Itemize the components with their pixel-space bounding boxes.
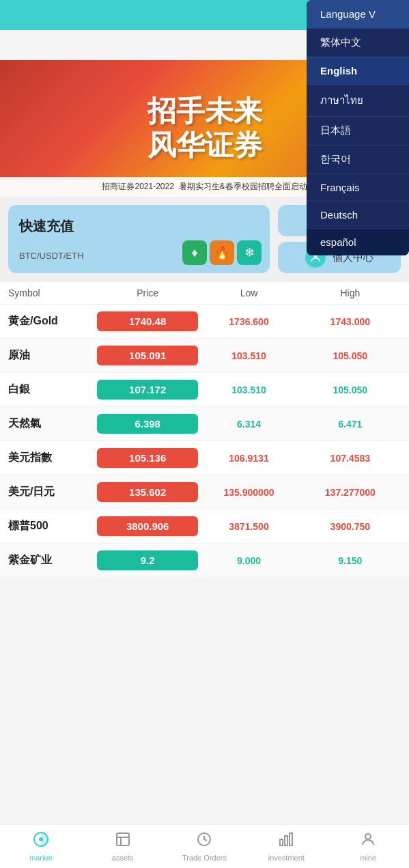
- banner-title-line2: 风华证券: [147, 128, 262, 163]
- nav-trade-orders[interactable]: Trade Orders: [164, 825, 246, 868]
- lang-item-ko[interactable]: 한국어: [307, 145, 409, 173]
- row-low-7: 9.000: [198, 555, 299, 566]
- lang-item-zh-tw[interactable]: 繁体中文: [307, 28, 409, 57]
- lang-item-fr[interactable]: Français: [307, 173, 409, 201]
- lang-item-en[interactable]: English: [307, 57, 409, 84]
- row-name-6: 標普500: [8, 519, 97, 533]
- row-price-4: 105.136: [97, 448, 198, 468]
- bottom-nav: market assets Trade Orders investment mi…: [0, 824, 409, 868]
- quick-recharge-title: 快速充值: [19, 217, 74, 236]
- row-price-5: 135.602: [97, 482, 198, 502]
- table-row[interactable]: 美元/日元 135.602 135.900000 137.277000: [0, 475, 409, 509]
- table-body: 黄金/Gold 1740.48 1736.600 1743.000 原油 105…: [0, 304, 409, 577]
- row-high-3: 6.471: [300, 419, 401, 430]
- quick-recharge-sub: BTC/USDT/ETH: [19, 251, 84, 261]
- table-row[interactable]: 美元指數 105.136 106.9131 107.4583: [0, 440, 409, 475]
- row-name-1: 原油: [8, 348, 97, 363]
- nav-investment-label: investment: [268, 854, 305, 862]
- lang-item-ja[interactable]: 日本語: [307, 116, 409, 145]
- table-row[interactable]: 標普500 3800.906 3871.500 3900.750: [0, 509, 409, 543]
- banner-title-line1: 招手未来: [147, 94, 262, 128]
- row-low-4: 106.9131: [198, 453, 299, 464]
- crypto-icon-orange: 🔥: [210, 240, 234, 265]
- row-name-3: 天然氣: [8, 417, 97, 431]
- col-price: Price: [97, 288, 198, 298]
- row-name-0: 黄金/Gold: [8, 314, 97, 328]
- row-name-5: 美元/日元: [8, 485, 97, 499]
- svg-rect-6: [280, 839, 283, 845]
- crypto-icons: ♦ 🔥 ❄: [182, 240, 262, 265]
- row-high-2: 105.050: [300, 384, 401, 395]
- table-header: Symbol Price Low High: [0, 281, 409, 304]
- investment-icon: [278, 831, 294, 852]
- row-price-0: 1740.48: [97, 311, 198, 331]
- crypto-icon-teal: ❄: [237, 240, 262, 265]
- row-price-3: 6.398: [97, 414, 198, 434]
- nav-assets[interactable]: assets: [82, 825, 164, 868]
- col-symbol: Symbol: [8, 288, 97, 298]
- row-price-7: 9.2: [97, 550, 198, 570]
- nav-market-label: market: [29, 854, 53, 862]
- trade-orders-icon: [196, 831, 212, 852]
- row-name-2: 白銀: [8, 382, 97, 397]
- row-high-1: 105.050: [300, 350, 401, 361]
- row-low-2: 103.510: [198, 384, 299, 395]
- mine-icon: [360, 831, 376, 852]
- svg-rect-7: [285, 836, 287, 845]
- col-low: Low: [198, 288, 299, 298]
- nav-mine-label: mine: [360, 854, 376, 862]
- language-dropdown: Language V 繁体中文 English ภาษาไทย 日本語 한국어 …: [307, 0, 409, 255]
- table-row[interactable]: 紫金矿业 9.2 9.000 9.150: [0, 543, 409, 577]
- row-price-1: 105.091: [97, 346, 198, 365]
- row-low-3: 6.314: [198, 419, 299, 430]
- col-high: High: [300, 288, 401, 298]
- table-row[interactable]: 白銀 107.172 103.510 105.050: [0, 372, 409, 406]
- row-price-6: 3800.906: [97, 516, 198, 536]
- svg-rect-4: [117, 833, 129, 845]
- nav-assets-label: assets: [112, 854, 134, 862]
- row-low-5: 135.900000: [198, 487, 299, 498]
- language-dropdown-header[interactable]: Language V: [307, 0, 409, 28]
- svg-point-3: [39, 837, 43, 841]
- crypto-icon-green: ♦: [182, 240, 207, 265]
- row-high-4: 107.4583: [300, 453, 401, 464]
- row-high-0: 1743.000: [300, 316, 401, 327]
- market-icon: [33, 831, 49, 852]
- row-low-1: 103.510: [198, 350, 299, 361]
- svg-rect-8: [290, 833, 292, 845]
- nav-market[interactable]: market: [0, 825, 82, 868]
- nav-investment[interactable]: investment: [245, 825, 327, 868]
- row-high-6: 3900.750: [300, 521, 401, 532]
- nav-mine[interactable]: mine: [327, 825, 409, 868]
- row-high-7: 9.150: [300, 555, 401, 566]
- assets-icon: [115, 831, 131, 852]
- row-price-2: 107.172: [97, 380, 198, 400]
- lang-item-de[interactable]: Deutsch: [307, 201, 409, 228]
- lang-item-th[interactable]: ภาษาไทย: [307, 84, 409, 116]
- row-high-5: 137.277000: [300, 487, 401, 498]
- row-name-7: 紫金矿业: [8, 553, 97, 568]
- table-row[interactable]: 天然氣 6.398 6.314 6.471: [0, 406, 409, 440]
- table-row[interactable]: 黄金/Gold 1740.48 1736.600 1743.000: [0, 304, 409, 338]
- row-low-0: 1736.600: [198, 316, 299, 327]
- quick-recharge-card[interactable]: 快速充值 BTC/USDT/ETH ♦ 🔥 ❄: [8, 205, 270, 273]
- svg-point-9: [365, 834, 371, 839]
- table-row[interactable]: 原油 105.091 103.510 105.050: [0, 338, 409, 372]
- nav-trade-orders-label: Trade Orders: [182, 854, 227, 862]
- row-name-4: 美元指數: [8, 451, 97, 465]
- lang-item-es[interactable]: español: [307, 228, 409, 255]
- row-low-6: 3871.500: [198, 521, 299, 532]
